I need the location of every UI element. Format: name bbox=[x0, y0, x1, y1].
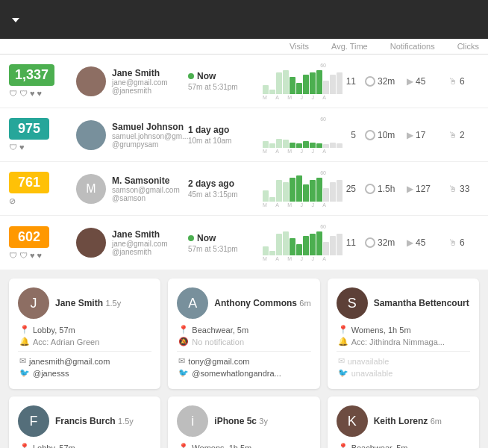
score-col: 1,337 🛡🛡♥♥ bbox=[9, 64, 76, 98]
customer-col: Jane Smith jane@gmail.com @janesmith bbox=[76, 228, 188, 258]
score-col: 975 🛡♥ bbox=[9, 118, 76, 152]
card-name: Jane Smith bbox=[55, 298, 103, 308]
card-header: J Jane Smith 1.5y bbox=[18, 287, 151, 319]
card-twitter-text: unavailable bbox=[351, 369, 393, 378]
sub-col-visits: Visits bbox=[290, 42, 309, 51]
card-divider bbox=[177, 351, 310, 352]
stat-visits: 25 bbox=[335, 184, 356, 194]
sort-icon bbox=[12, 18, 19, 22]
stat-notifications: ▶ 45 bbox=[407, 76, 439, 87]
card-email-text: unavailable bbox=[348, 357, 390, 366]
card-notification-text: Acc: Adrian Green bbox=[33, 337, 99, 346]
mini-chart: 60 MAMJJA bbox=[263, 224, 326, 261]
score-icons: 🛡🛡♥♥ bbox=[9, 251, 76, 260]
card-location-text: Lobby, 57m bbox=[33, 326, 75, 335]
customer-name: Samuel Johnson bbox=[112, 122, 188, 132]
card-location: 📍 Womens, 1h 5m bbox=[337, 325, 470, 335]
stat-visits: 5 bbox=[335, 130, 356, 140]
visit-status: 1 day ago bbox=[188, 125, 263, 135]
visit-status: Now bbox=[188, 233, 263, 243]
card-duration: 1.5y bbox=[118, 417, 134, 426]
customer-info: M. Samsonite samson@gmail.com @samson bbox=[112, 175, 188, 202]
score-icons: 🛡♥ bbox=[9, 143, 76, 152]
notification-icon: 🔔 bbox=[338, 337, 348, 346]
card-name: Anthony Commons bbox=[214, 298, 297, 308]
card-avatar: i bbox=[177, 405, 208, 437]
lastvisit-col: 1 day ago 10m at 10am bbox=[188, 125, 263, 145]
card-twitter: 🐦 @janesss bbox=[18, 368, 151, 378]
stat-clicks: 🖱 33 bbox=[448, 184, 471, 194]
card-header: F Francis Burch 1.5y bbox=[18, 405, 151, 437]
visit-time: 10m at 10am bbox=[188, 137, 263, 145]
card-notification: 🔔 Acc: Jithindra Nimmaga... bbox=[337, 337, 470, 346]
customer-info: Jane Smith jane@gmail.com @janesmith bbox=[112, 229, 188, 256]
card-divider bbox=[337, 351, 470, 352]
stat-avg-time: 10m bbox=[365, 130, 398, 140]
card-avatar: A bbox=[177, 287, 208, 319]
location-icon: 📍 bbox=[178, 443, 189, 448]
location-icon: 📍 bbox=[19, 325, 30, 335]
customer-info: Jane Smith jane@gmail.com @janesmith bbox=[112, 68, 188, 95]
card-header: i iPhone 5c 3y bbox=[177, 405, 310, 437]
card: S Samantha Bettencourt 📍 Womens, 1h 5m 🔔… bbox=[328, 279, 479, 389]
card-duration: 3y bbox=[259, 417, 268, 426]
card-divider bbox=[18, 351, 151, 352]
email-icon: ✉ bbox=[19, 356, 26, 366]
customer-name: M. Samsonite bbox=[112, 175, 188, 186]
score-badge: 975 bbox=[9, 118, 49, 140]
table-header bbox=[0, 0, 488, 39]
card-email-text: janesmith@gmail.com bbox=[29, 357, 110, 366]
card-duration: 6m bbox=[299, 299, 310, 308]
customer-email: samuel.johnson@gm... bbox=[112, 132, 188, 140]
card-email: ✉ janesmith@gmail.com bbox=[18, 356, 151, 366]
card-duration: 1.5y bbox=[105, 299, 121, 308]
customer-handle: @grumpysam bbox=[112, 140, 188, 149]
avatar bbox=[76, 66, 106, 96]
lastvisit-col: Now 57m at 5:31pm bbox=[188, 233, 263, 253]
card-notification-text: No notification bbox=[192, 337, 244, 346]
score-badge: 1,337 bbox=[9, 64, 54, 86]
card-name-block: Samantha Bettencourt bbox=[374, 298, 469, 308]
avatar bbox=[76, 228, 106, 258]
twitter-icon: 🐦 bbox=[338, 368, 348, 378]
visit-time: 45m at 3:15pm bbox=[188, 190, 263, 199]
stat-visits: 11 bbox=[335, 76, 356, 87]
card-location-text: Beachwear, 5m bbox=[351, 444, 408, 449]
card-avatar: F bbox=[18, 405, 49, 437]
score-badge: 761 bbox=[9, 172, 49, 193]
lastvisit-col: 2 days ago 45m at 3:15pm bbox=[188, 178, 263, 199]
score-badge: 602 bbox=[9, 226, 49, 248]
card-header: K Keith Lorenz 6m bbox=[337, 405, 470, 437]
header-lead-score[interactable] bbox=[9, 14, 76, 25]
table-row: 761 ⊘ M M. Samsonite samson@gmail.com @s… bbox=[0, 162, 488, 216]
customer-col: M M. Samsonite samson@gmail.com @samson bbox=[76, 174, 188, 204]
twitter-icon: 🐦 bbox=[19, 368, 30, 378]
location-icon: 📍 bbox=[19, 443, 30, 448]
visit-time: 57m at 5:31pm bbox=[188, 83, 263, 91]
card-location-text: Womens, 1h 5m bbox=[192, 444, 251, 449]
card: J Jane Smith 1.5y 📍 Lobby, 57m 🔔 Acc: Ad… bbox=[9, 279, 160, 389]
card-email: ✉ tony@gmail.com bbox=[177, 356, 310, 366]
sub-col-clicks: Clicks bbox=[457, 42, 479, 51]
card-twitter-text: @janesss bbox=[33, 369, 69, 378]
stat-avg-time: 32m bbox=[365, 76, 398, 87]
stat-clicks: 🖱 6 bbox=[448, 237, 471, 248]
table-row: 1,337 🛡🛡♥♥ Jane Smith jane@gmail.com @ja… bbox=[0, 55, 488, 108]
lastvisit-col: Now 57m at 5:31pm bbox=[188, 71, 263, 91]
table-body: 1,337 🛡🛡♥♥ Jane Smith jane@gmail.com @ja… bbox=[0, 55, 488, 270]
customer-col: Samuel Johnson samuel.johnson@gm... @gru… bbox=[76, 120, 188, 150]
card-avatar: K bbox=[337, 405, 368, 437]
customer-handle: @janesmith bbox=[112, 87, 188, 95]
avatar: M bbox=[76, 174, 106, 204]
card-avatar: J bbox=[18, 287, 49, 319]
card-location: 📍 Womens, 1h 5m bbox=[177, 443, 310, 448]
customer-email: jane@gmail.com bbox=[112, 240, 188, 248]
cards-section: J Jane Smith 1.5y 📍 Lobby, 57m 🔔 Acc: Ad… bbox=[0, 270, 488, 448]
stat-clicks: 🖱 6 bbox=[448, 76, 471, 87]
visit-status: 2 days ago bbox=[188, 178, 263, 189]
mini-chart: 60 MAMJJA bbox=[263, 170, 326, 208]
email-icon: ✉ bbox=[338, 356, 345, 366]
card-location: 📍 Beachwear, 5m bbox=[177, 325, 310, 335]
card-duration: 6m bbox=[431, 417, 442, 426]
visit-time: 57m at 5:31pm bbox=[188, 245, 263, 253]
